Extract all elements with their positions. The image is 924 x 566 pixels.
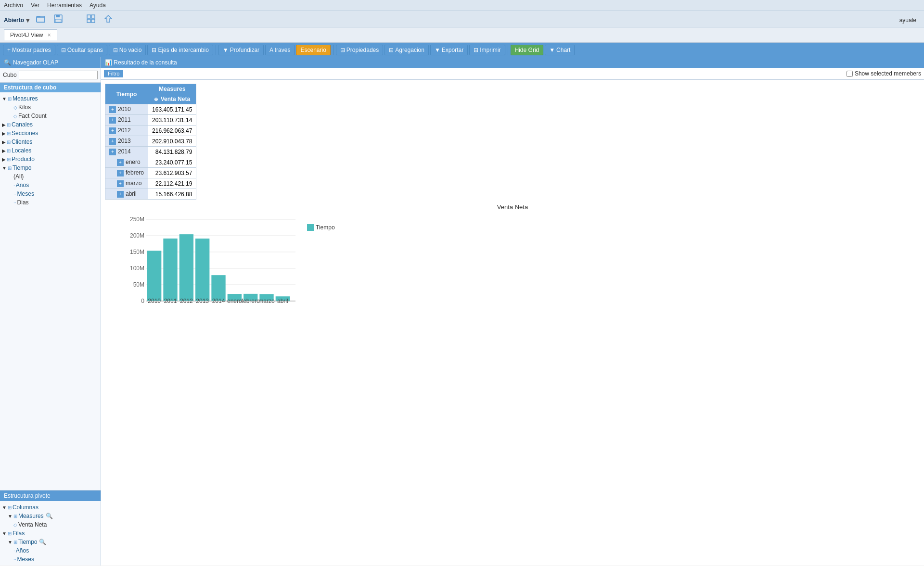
pivot-venta-neta[interactable]: ◇ Venta Neta [2,520,99,529]
tree-meses[interactable]: ·· Meses [2,189,99,198]
show-selected-checkbox[interactable] [847,71,853,77]
svg-rect-6 [87,15,90,18]
expand-row-btn[interactable]: + [109,106,116,113]
expand-pivot-columnas[interactable]: ▼ [2,505,7,510]
tree-measures[interactable]: ▼ ⊞ Measures [2,94,99,103]
title-dropdown-icon[interactable]: ▾ [26,16,29,24]
save-btn[interactable] [52,13,64,27]
expand-clientes[interactable]: ▶ [2,139,6,145]
expand-month-btn[interactable]: + [117,191,124,198]
chart-bar[interactable] [163,239,177,301]
svg-text:100M: 100M [130,265,144,272]
tree-kilos[interactable]: ◇ Kilos [2,103,99,112]
top-menu-bar: Archivo Ver Herramientas Ayuda [0,0,924,11]
table-row: +2011203.110.731,14 [105,115,196,126]
tree-secciones[interactable]: ▶ ⊞ Secciones [2,129,99,138]
expand-secciones[interactable]: ▶ [2,131,6,136]
chart-bar[interactable] [211,275,225,301]
profundizar-btn[interactable]: ▼ Profundizar [218,45,264,55]
tree-label-anos: Años [16,182,29,189]
expand-tiempo[interactable]: ▼ [2,165,7,171]
pivot-table: Tiempo Measures ⊕ Venta Neta +2010 [105,84,196,200]
tab-close[interactable]: × [48,32,51,38]
tree-clientes[interactable]: ▶ ⊞ Clientes [2,138,99,146]
menu-ver[interactable]: Ver [31,2,39,9]
columns-icon: ⊞ [8,505,12,510]
open-folder-btn[interactable] [35,13,47,27]
expand-pivot-measures[interactable]: ▼ [8,514,13,519]
table-row: +abril15.166.426,88 [105,189,196,200]
a-traves-btn[interactable]: A traves [265,45,295,55]
export-btn[interactable] [103,13,114,27]
pivot-tiempo-label: Tiempo [18,539,38,545]
exportar-btn[interactable]: ▼ Exportar [430,45,468,55]
year-cell: +2011 [105,115,148,126]
escenario-btn[interactable]: Escenario [296,45,330,55]
chart-btn[interactable]: ▼ Chart [545,45,575,55]
tree-tiempo[interactable]: ▼ ⊞ Tiempo [2,164,99,172]
month-value-cell: 15.166.426,88 [148,189,196,200]
no-vacio-btn[interactable]: ⊟ No vacio [109,45,146,55]
tree-canales[interactable]: ▶ ⊞ Canales [2,120,99,129]
expand-month-btn[interactable]: + [117,170,124,176]
chart-bar[interactable] [195,239,209,301]
dimension-icon-canales: ⊞ [7,122,11,127]
pivot-filas[interactable]: ▼ ⊞ Filas [2,529,99,538]
pivot-tiempo[interactable]: ▼ ⊞ Tiempo 🔍 [2,538,99,546]
imprimir-btn[interactable]: ⊟ Imprimir [469,45,505,55]
result-header: 📊 Resultado de la consulta [101,57,924,68]
pivot-dimension-icon: ⊞ [13,514,17,519]
expand-locales[interactable]: ▶ [2,148,6,153]
expand-measures[interactable]: ▼ [2,96,7,101]
tree-dias[interactable]: ·· Dias [2,198,99,207]
menu-ayuda[interactable]: Ayuda [90,2,106,9]
pivot-measures-search-icon[interactable]: 🔍 [46,513,53,519]
mostrar-padres-btn[interactable]: + Mostrar padres [3,45,55,55]
value-cell: 84.131.828,79 [148,147,196,157]
ejes-intercambio-btn[interactable]: ⊟ Ejes de intercambio [147,45,213,55]
expand-row-btn[interactable]: + [109,149,116,155]
expand-month-btn[interactable]: + [117,159,124,166]
pivot-tiempo-search-icon[interactable]: 🔍 [39,539,46,545]
pivot-measures-label: Measures [18,513,44,519]
rows-icon: ⊞ [8,531,12,536]
pivot-columnas[interactable]: ▼ ⊞ Columnas [2,503,99,512]
expand-canales[interactable]: ▶ [2,122,6,127]
arrow-icon-2: ▼ [435,47,440,53]
chart-bar[interactable] [147,251,161,301]
expand-row-btn[interactable]: + [109,127,116,134]
tree-all[interactable]: (All) [2,172,99,181]
level-icon-anos: · [13,183,15,188]
filter-label: Filtro [104,70,123,77]
hide-grid-btn[interactable]: Hide Grid [511,45,544,55]
svg-rect-5 [55,19,61,22]
tree-producto[interactable]: ▶ ⊞ Producto [2,155,99,164]
expand-month-btn[interactable]: + [117,180,124,187]
chart-bar[interactable] [180,234,193,301]
expand-row-btn[interactable]: + [109,117,116,124]
expand-row-btn[interactable]: + [109,138,116,145]
table-row: +febrero23.612.903,57 [105,168,196,178]
tree-factcount[interactable]: ◇ Fact Count [2,112,99,120]
propiedades-btn[interactable]: ⊟ Propiedades [336,45,383,55]
pivot-anos[interactable]: · Años [2,546,99,555]
pivot-structure-header: Estrucutura pivote [0,491,101,501]
tree-anos[interactable]: · Años [2,181,99,189]
menu-archivo[interactable]: Archivo [4,2,23,9]
cube-input[interactable] [19,71,98,79]
menu-herramientas[interactable]: Herramientas [47,2,82,9]
tree-locales[interactable]: ▶ ⊞ Locales [2,146,99,155]
table-row: +2013202.910.043,78 [105,136,196,147]
pivot4j-tab[interactable]: Pivot4J View × [4,29,57,40]
chart-container: Venta Neta 250M200M150M100M50M0201020112… [105,200,920,329]
grid-btn[interactable] [85,13,97,27]
ocultar-spans-btn[interactable]: ⊟ Ocultar spans [57,45,107,55]
agregacion-btn[interactable]: ⊟ Agregacion [385,45,429,55]
tree-label-dias: Dias [17,199,29,206]
value-cell: 163.405.171,45 [148,104,196,115]
pivot-meses[interactable]: ·· Meses [2,555,99,564]
expand-pivot-filas[interactable]: ▼ [2,531,7,536]
expand-producto[interactable]: ▶ [2,157,6,162]
pivot-measures[interactable]: ▼ ⊞ Measures 🔍 [2,512,99,520]
expand-pivot-tiempo[interactable]: ▼ [8,540,13,545]
